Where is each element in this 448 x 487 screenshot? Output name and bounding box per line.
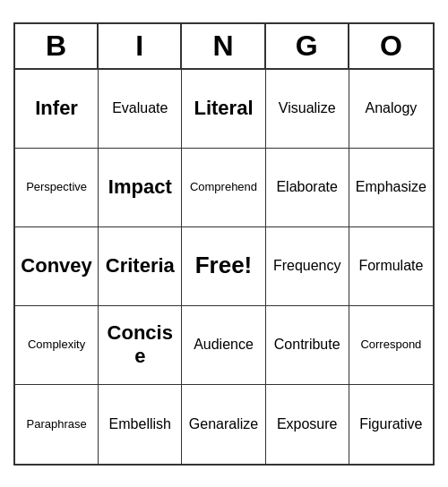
bingo-cell: Elaborate [266, 149, 349, 227]
bingo-cell: Contribute [266, 306, 349, 385]
cell-text: Free! [195, 252, 253, 279]
cell-text: Comprehend [190, 180, 257, 194]
bingo-cell: Paraphrase [15, 385, 99, 464]
bingo-grid: InferEvaluateLiteralVisualizeAnalogyPers… [15, 70, 433, 464]
bingo-cell: Criteria [99, 227, 182, 306]
bingo-card: BINGO InferEvaluateLiteralVisualizeAnalo… [13, 22, 435, 466]
header-letter: N [182, 24, 265, 68]
cell-text: Exposure [277, 415, 338, 432]
cell-text: Paraphrase [26, 417, 86, 431]
cell-text: Evaluate [112, 99, 168, 116]
cell-text: Contribute [274, 336, 340, 353]
bingo-cell: Evaluate [99, 70, 182, 149]
cell-text: Perspective [26, 180, 87, 194]
bingo-cell: Audience [182, 306, 265, 385]
bingo-cell: Emphasize [349, 149, 433, 227]
cell-text: Analogy [365, 99, 417, 116]
cell-text: Emphasize [356, 178, 426, 195]
cell-text: Formulate [358, 257, 423, 274]
cell-text: Impact [108, 175, 172, 199]
bingo-cell: Genaralize [182, 385, 265, 464]
bingo-cell: Free! [182, 227, 265, 306]
header-letter: O [349, 24, 433, 68]
header-letter: G [266, 24, 349, 68]
bingo-cell: Perspective [15, 149, 99, 227]
header-letter: B [15, 24, 99, 68]
bingo-cell: Convey [15, 227, 99, 306]
bingo-cell: Literal [182, 70, 265, 149]
bingo-cell: Exposure [266, 385, 349, 464]
header-letter: I [99, 24, 182, 68]
cell-text: Elaborate [276, 178, 338, 195]
bingo-cell: Embellish [99, 385, 182, 464]
cell-text: Convey [21, 254, 91, 278]
bingo-cell: Impact [99, 149, 182, 227]
bingo-cell: Formulate [349, 227, 433, 306]
cell-text: Visualize [279, 99, 336, 116]
bingo-cell: Analogy [349, 70, 433, 149]
bingo-cell: Visualize [266, 70, 349, 149]
bingo-cell: Comprehend [182, 149, 265, 227]
cell-text: Correspond [360, 337, 421, 352]
cell-text: Audience [194, 336, 254, 353]
bingo-cell: Frequency [266, 227, 349, 306]
cell-text: Embellish [109, 415, 171, 432]
cell-text: Complexity [28, 337, 85, 352]
cell-text: Figurative [359, 415, 422, 432]
bingo-cell: Correspond [349, 306, 433, 385]
cell-text: Infer [35, 97, 78, 120]
bingo-cell: Complexity [15, 306, 99, 385]
bingo-header: BINGO [15, 24, 433, 70]
bingo-cell: Infer [15, 70, 99, 149]
cell-text: Criteria [106, 254, 175, 278]
cell-text: Concise [102, 321, 177, 369]
bingo-cell: Figurative [349, 385, 433, 464]
cell-text: Frequency [273, 257, 341, 274]
cell-text: Genaralize [189, 415, 258, 432]
bingo-cell: Concise [99, 306, 182, 385]
cell-text: Literal [194, 97, 253, 120]
